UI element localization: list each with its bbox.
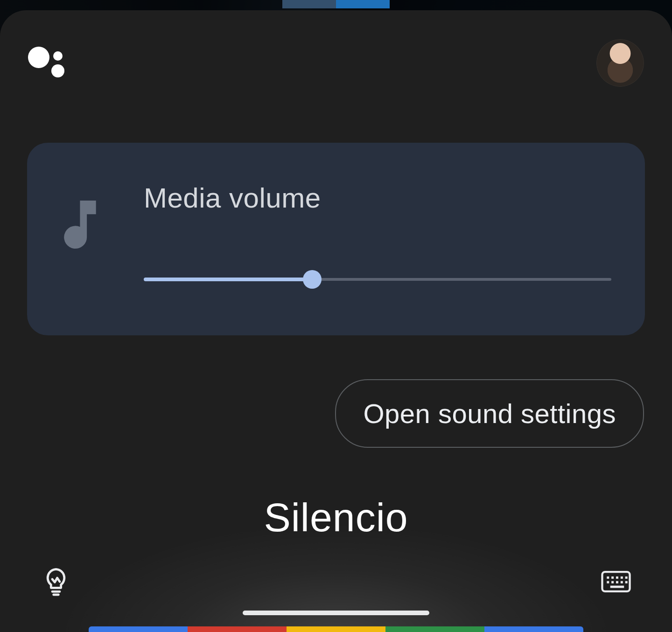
svg-rect-3 [616,576,618,579]
open-sound-settings-chip[interactable]: Open sound settings [335,379,644,448]
svg-rect-4 [621,576,623,579]
slider-thumb[interactable] [303,270,322,289]
background-seek-pill [282,0,390,8]
svg-rect-10 [625,581,628,583]
svg-rect-5 [625,576,628,579]
svg-rect-2 [611,576,614,579]
voice-transcript: Silencio [0,494,672,541]
keyboard-icon[interactable] [598,564,634,599]
media-volume-card: Media volume [27,143,645,335]
slider-fill [144,278,312,281]
sheet-header [0,10,672,87]
assistant-rainbow-bar [89,626,583,632]
assistant-bottom-bar [0,564,672,599]
svg-rect-11 [610,586,624,588]
svg-rect-1 [607,576,609,579]
svg-rect-6 [607,581,609,583]
svg-rect-7 [611,581,614,583]
home-indicator [243,611,429,615]
volume-title: Media volume [144,182,611,214]
profile-avatar[interactable] [596,39,644,87]
assistant-logo-icon [28,44,66,82]
svg-rect-8 [616,581,618,583]
music-note-icon [61,201,97,252]
explore-lightbulb-icon[interactable] [38,564,74,599]
svg-rect-9 [621,581,623,583]
assistant-sheet: Media volume Open sound settings Silenci… [0,10,672,632]
volume-slider[interactable] [144,270,611,289]
